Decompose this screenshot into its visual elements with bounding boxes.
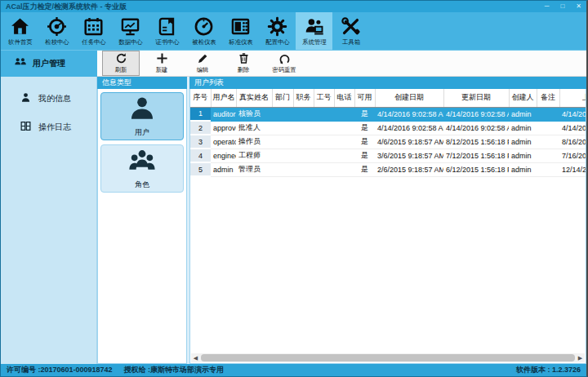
content-area: 我的信息 操作日志 信息类型 用户 角色 用户列表 [1,77,586,364]
certificate-icon [157,16,177,37]
gear-icon [267,16,287,37]
action-label: 编辑 [197,65,209,73]
info-type-button-role[interactable]: 角色 [100,144,184,193]
toolbar-item-task-center[interactable]: 任务中心 [75,12,112,50]
password-reset-button[interactable]: 密码重置 [265,51,303,76]
toolbar-item-device-under-test[interactable]: 被检仪表 [185,12,222,50]
toolbar-item-standard-instrument[interactable]: 标准仪表 [222,12,259,50]
toolbar-item-calibration-center[interactable]: 检校中心 [38,12,75,50]
info-type-panel-body: 用户 角色 [97,89,187,364]
table-cell: admin [509,149,537,162]
table-row[interactable]: 2approver批准人是4/14/2016 9:02:58 AM4/14/20… [190,121,586,135]
module-header-user-management: 用户管理 [1,51,97,77]
column-header[interactable]: 职务 [293,89,314,107]
action-label: 刷新 [115,65,127,73]
column-header[interactable]: 部门 [272,89,293,107]
toolbar-item-certificate-center[interactable]: 证书中心 [149,12,185,50]
refresh-icon [115,52,127,64]
refresh-button[interactable]: 刷新 [102,51,140,76]
table-cell [314,107,334,121]
user-table-header-row: 序号用户名真实姓名部门职务工号电话可用创建日期更新日期创建人备注上次登录时间 [190,89,586,107]
column-header[interactable]: 序号 [190,89,211,107]
table-cell [334,149,354,162]
toolbar-item-label: 证书中心 [155,38,179,46]
monitor-icon [120,16,140,37]
sidebar-item-operation-log[interactable]: 操作日志 [1,117,96,137]
table-cell [272,149,293,162]
table-cell: 3 [190,135,211,149]
table-cell [334,135,354,149]
table-cell: 4/14/2016 9:0 [559,121,586,135]
column-header[interactable]: 可用 [354,89,375,107]
column-header[interactable]: 用户名 [211,89,236,107]
table-row[interactable]: 5admin管理员是2/6/2015 9:18:57 AM6/12/2015 1… [190,162,586,176]
table-cell: admin [509,135,537,149]
info-type-button-user[interactable]: 用户 [100,92,184,140]
toolbar-item-toolbox[interactable]: 工具箱 [332,12,369,50]
table-cell: 批准人 [236,121,272,135]
toolbar-item-data-center[interactable]: 数据中心 [112,12,149,50]
column-header[interactable]: 创建人 [509,89,537,107]
delete-button[interactable]: 删除 [225,51,262,76]
toolbar-item-system-admin[interactable]: 系统管理 [296,12,332,50]
window-title: ACal压力检定/检测系统软件 - 专业版 [6,2,127,12]
column-header[interactable]: 电话 [334,89,354,107]
table-cell: admin [509,107,537,121]
tools-icon [341,16,361,37]
maximize-button[interactable]: □ [560,3,564,10]
scroll-left-icon[interactable]: ◀ [191,353,200,362]
table-row[interactable]: 1auditor核验员是4/14/2016 9:02:58 AM4/14/201… [190,107,586,121]
table-cell: 操作员 [236,135,272,149]
close-button[interactable]: ✕ [576,3,581,10]
license-number: 许可编号 :20170601-000918742 [7,365,113,375]
toolbar-item-label: 工具箱 [341,38,359,46]
action-label: 新建 [156,65,168,73]
new-button[interactable]: 新建 [143,51,180,76]
log-icon [20,121,31,133]
info-type-button-label: 用户 [135,127,149,138]
column-header[interactable]: 真实姓名 [236,89,272,107]
table-row[interactable]: 4engineer工程师是3/6/2015 9:18:57 AM7/12/201… [190,149,586,162]
action-toolbar: 刷新 新建 编辑 删除 密码重置 [97,51,586,77]
table-cell: 4/6/2015 9:18:57 AM [375,135,443,149]
edit-button[interactable]: 编辑 [184,51,221,76]
scrollbar-thumb[interactable] [201,354,575,361]
table-row[interactable]: 3operator操作员是4/6/2015 9:18:57 AM8/12/201… [190,135,586,149]
table-cell: 4 [190,149,211,162]
toolbar-item-config-center[interactable]: 配置中心 [259,12,296,50]
user-group-icon [14,55,27,72]
column-header[interactable]: 备注 [537,89,559,107]
table-cell: 是 [354,107,375,121]
table-cell: 8/16/2015 9:0 [559,135,586,149]
table-cell [293,107,314,121]
toolbar-item-home[interactable]: 软件首页 [2,12,38,50]
user-icon [128,95,156,126]
scroll-right-icon[interactable]: ▶ [576,353,585,362]
table-cell: 4/14/2016 9:0 [559,107,586,121]
second-row: 用户管理 刷新 新建 编辑 删除 密码重置 [1,50,586,77]
sidebar-item-my-info[interactable]: 我的信息 [1,88,96,109]
table-cell: 7/16/2015 9:0 [559,149,586,162]
column-header[interactable]: 创建日期 [375,89,443,107]
info-type-panel: 信息类型 用户 角色 [97,77,187,364]
column-header[interactable]: 上次登录时间 [559,89,586,107]
horizontal-scrollbar[interactable]: ◀ ▶ [191,353,585,362]
user-table: 序号用户名真实姓名部门职务工号电话可用创建日期更新日期创建人备注上次登录时间 1… [190,89,586,177]
sidebar-item-label: 我的信息 [38,93,71,104]
table-cell [272,107,293,121]
user-list-panel: 用户列表 序号用户名真实姓名部门职务工号电话可用创建日期更新日期创建人备注上次登… [189,77,586,364]
home-icon [10,16,30,37]
table-cell: admin [211,162,236,176]
table-cell: 8/12/2015 1:56:18 PM [443,135,509,149]
column-header[interactable]: 更新日期 [443,89,509,107]
table-cell [272,162,293,176]
table-cell [537,149,559,162]
toolbar-item-label: 标准仪表 [229,38,252,46]
table-cell: 4/14/2016 9:02:58 AM [443,121,509,135]
minimize-button[interactable]: ─ [545,3,550,10]
column-header[interactable]: 工号 [314,89,334,107]
table-cell: 是 [354,121,375,135]
table-cell: admin [509,121,537,135]
table-cell [334,107,354,121]
table-cell [334,121,354,135]
